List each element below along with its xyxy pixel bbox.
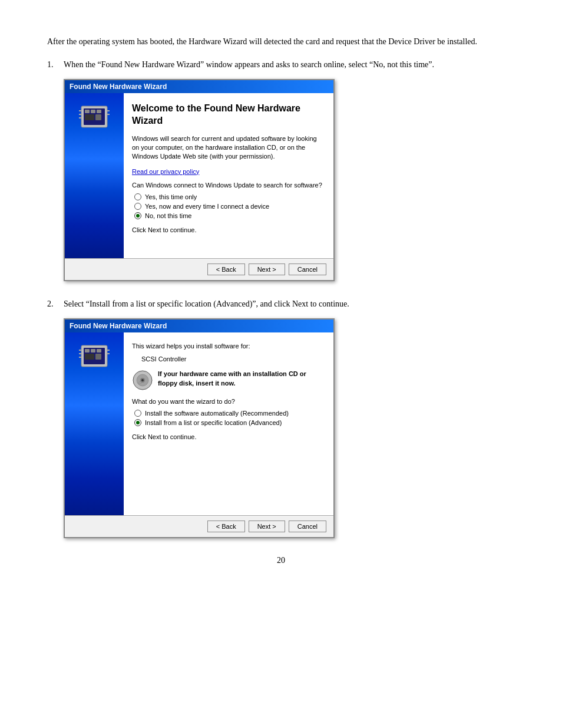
svg-rect-5	[85, 114, 94, 120]
wizard-2-description: This wizard helps you install software f…	[132, 342, 325, 351]
radio-no-label: No, not this time	[145, 212, 191, 219]
radio-list-label: Install from a list or specific location…	[145, 419, 282, 426]
wizard-2-titlebar: Found New Hardware Wizard	[65, 319, 333, 332]
radio-auto-label: Install the software automatically (Reco…	[145, 410, 289, 417]
radio-yes-once-label: Yes, this time only	[145, 193, 197, 200]
radio-no-circle	[134, 212, 141, 219]
radio-yes-always-circle	[134, 203, 141, 210]
svg-rect-16	[97, 349, 101, 353]
wizard-1-continue: Click Next to continue.	[132, 226, 325, 233]
hardware-wizard-icon-2	[77, 338, 112, 374]
wizard-1-question: Can Windows connect to Windows Update to…	[132, 182, 325, 189]
wizard-2-title: Found New Hardware Wizard	[70, 322, 167, 330]
wizard-2-content: This wizard helps you install software f…	[124, 332, 333, 515]
privacy-link[interactable]: Read our privacy policy	[132, 168, 199, 175]
wizard-1-footer: < Back Next > Cancel	[65, 258, 333, 280]
wizard-2-question: What do you want the wizard to do?	[132, 398, 325, 405]
wizard-1-cancel-button[interactable]: Cancel	[289, 263, 326, 275]
svg-point-27	[141, 379, 144, 381]
wizard-1-heading: Welcome to the Found New Hardware Wizard	[132, 103, 325, 127]
cd-icon	[132, 370, 153, 391]
wizard-1-title: Found New Hardware Wizard	[70, 83, 167, 91]
radio-yes-once[interactable]: Yes, this time only	[134, 193, 325, 200]
radio-list-install[interactable]: Install from a list or specific location…	[134, 419, 325, 426]
wizard-2-continue: Click Next to continue.	[132, 433, 325, 440]
wizard-1-next-button[interactable]: Next >	[249, 263, 285, 275]
svg-rect-4	[97, 110, 101, 113]
radio-auto-circle	[134, 410, 141, 417]
hardware-wizard-icon	[77, 99, 112, 134]
wizard-dialog-2: Found New Hardware Wizard	[64, 318, 335, 538]
wizard-2-back-button[interactable]: < Back	[207, 521, 245, 532]
wizard-1-titlebar: Found New Hardware Wizard	[65, 80, 333, 93]
radio-yes-always-label: Yes, now and every time I connect a devi…	[145, 203, 269, 210]
page-number: 20	[47, 556, 515, 565]
wizard-1-description: Windows will search for current and upda…	[132, 134, 325, 162]
step-1: 1. When the “Found New Hardware Wizard” …	[47, 58, 515, 281]
step-1-text: When the “Found New Hardware Wizard” win…	[64, 58, 515, 71]
svg-rect-6	[95, 114, 101, 120]
step-2-number: 2.	[47, 298, 64, 310]
wizard-2-device: SCSI Controller	[141, 355, 325, 363]
radio-yes-always[interactable]: Yes, now and every time I connect a devi…	[134, 203, 325, 210]
cd-message: If your hardware came with an installati…	[158, 370, 325, 388]
cd-icon-row: If your hardware came with an installati…	[132, 370, 325, 391]
wizard-2-cancel-button[interactable]: Cancel	[289, 521, 326, 532]
svg-rect-14	[85, 349, 90, 353]
svg-rect-17	[85, 354, 94, 360]
step-1-number: 1.	[47, 58, 64, 71]
radio-auto-install[interactable]: Install the software automatically (Reco…	[134, 410, 325, 417]
step-2-text: Select “Install from a list or specific …	[64, 298, 515, 310]
wizard-2-radio-group: Install the software automatically (Reco…	[134, 410, 325, 426]
intro-paragraph: After the operating system has booted, t…	[47, 35, 515, 48]
wizard-1-sidebar	[65, 93, 124, 258]
radio-list-circle	[134, 419, 141, 426]
wizard-dialog-1: Found New Hardware Wizard	[64, 79, 335, 281]
svg-rect-15	[91, 349, 95, 353]
svg-rect-18	[95, 354, 101, 360]
radio-yes-once-circle	[134, 193, 141, 200]
svg-rect-2	[85, 110, 90, 113]
wizard-2-footer: < Back Next > Cancel	[65, 515, 333, 537]
step-2: 2. Select “Install from a list or specif…	[47, 298, 515, 538]
wizard-2-next-button[interactable]: Next >	[249, 521, 285, 532]
wizard-1-content: Welcome to the Found New Hardware Wizard…	[124, 93, 333, 258]
wizard-1-back-button[interactable]: < Back	[207, 263, 245, 275]
wizard-1-radio-group: Yes, this time only Yes, now and every t…	[134, 193, 325, 219]
wizard-2-sidebar	[65, 332, 124, 515]
svg-rect-3	[91, 110, 95, 113]
radio-no-not-this-time[interactable]: No, not this time	[134, 212, 325, 219]
